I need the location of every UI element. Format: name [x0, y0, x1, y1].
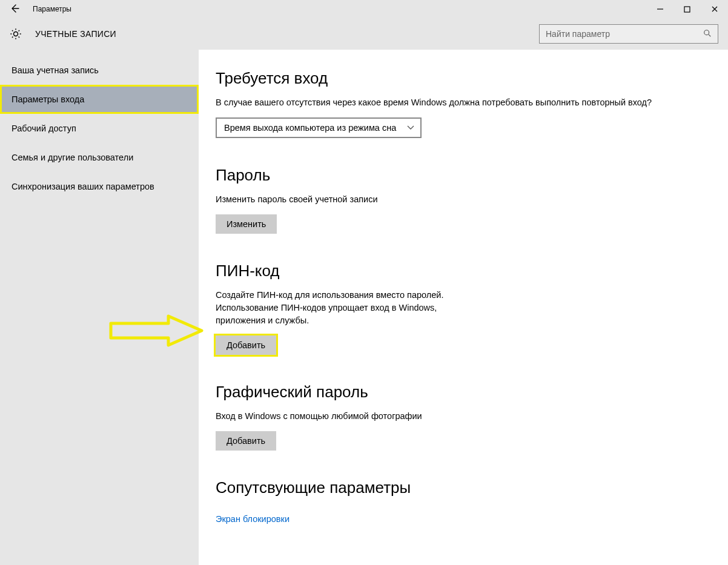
add-pin-button[interactable]: Добавить	[216, 335, 276, 355]
password-desc: Изменить пароль своей учетной записи	[216, 193, 664, 206]
close-button[interactable]	[701, 0, 728, 18]
header: УЧЕТНЫЕ ЗАПИСИ Найти параметр	[0, 18, 728, 50]
back-button[interactable]	[0, 4, 29, 15]
settings-category-title: УЧЕТНЫЕ ЗАПИСИ	[35, 29, 539, 39]
chevron-down-icon	[407, 124, 414, 131]
signin-required-dropdown[interactable]: Время выхода компьютера из режима сна	[216, 117, 422, 138]
svg-rect-0	[684, 7, 690, 12]
back-arrow-icon	[10, 4, 19, 13]
change-password-button[interactable]: Изменить	[216, 214, 277, 234]
sidebar-item-your-account[interactable]: Ваша учетная запись	[0, 56, 199, 85]
sidebar: Ваша учетная запись Параметры входа Рабо…	[0, 50, 199, 565]
window-title: Параметры	[29, 5, 71, 13]
signin-required-desc: В случае вашего отсутствия через какое в…	[216, 96, 664, 109]
sidebar-item-sync[interactable]: Синхронизация ваших параметров	[0, 172, 199, 201]
search-input[interactable]: Найти параметр	[539, 24, 718, 44]
sidebar-item-work-access[interactable]: Рабочий доступ	[0, 114, 199, 143]
sidebar-item-label: Параметры входа	[12, 94, 84, 104]
add-picture-password-button[interactable]: Добавить	[216, 431, 276, 451]
heading-picture-password: Графический пароль	[216, 383, 711, 401]
sidebar-item-signin-options[interactable]: Параметры входа	[0, 85, 199, 114]
close-icon	[711, 5, 718, 13]
lock-screen-link[interactable]: Экран блокировки	[216, 514, 290, 524]
minimize-icon	[657, 5, 664, 13]
search-icon	[703, 29, 712, 39]
minimize-button[interactable]	[646, 0, 673, 18]
content-area: Требуется вход В случае вашего отсутстви…	[199, 50, 728, 565]
sidebar-item-label: Рабочий доступ	[12, 124, 76, 133]
maximize-button[interactable]	[673, 0, 701, 18]
heading-password: Пароль	[216, 166, 711, 185]
maximize-icon	[684, 6, 690, 13]
picture-password-desc: Вход в Windows с помощью любимой фотогра…	[216, 410, 664, 423]
gear-icon	[8, 27, 23, 41]
main-area: Ваша учетная запись Параметры входа Рабо…	[0, 50, 728, 565]
sidebar-item-label: Семья и другие пользователи	[12, 153, 133, 162]
sidebar-item-label: Ваша учетная запись	[12, 65, 99, 75]
titlebar: Параметры	[0, 0, 728, 18]
sidebar-item-label: Синхронизация ваших параметров	[12, 182, 154, 191]
search-placeholder: Найти параметр	[546, 29, 703, 39]
heading-related: Сопутсвующие параметры	[216, 478, 711, 497]
heading-signin-required: Требуется вход	[216, 69, 711, 88]
heading-pin: ПИН-код	[216, 262, 711, 280]
sidebar-item-family[interactable]: Семья и другие пользователи	[0, 143, 199, 172]
pin-desc: Создайте ПИН-код для использования вмест…	[216, 289, 464, 327]
dropdown-value: Время выхода компьютера из режима сна	[224, 123, 396, 133]
svg-point-1	[704, 30, 709, 35]
